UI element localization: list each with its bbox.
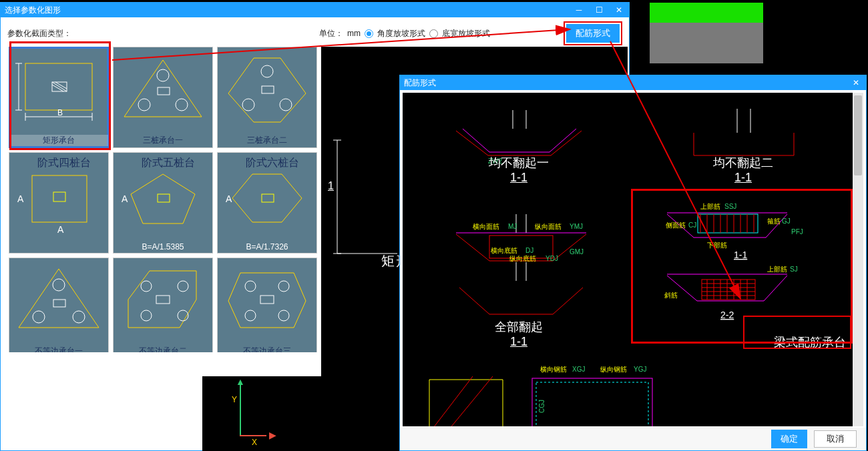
thumb-caption: 不等边承台二	[114, 346, 212, 352]
thumb-caption: 三桩承台一	[114, 135, 212, 146]
thumb-unequal-2[interactable]: 不等边承台二	[113, 258, 213, 352]
thumb-caption: B=A/1.5385	[114, 242, 212, 252]
thumb-threepile-1[interactable]: 三桩承台一	[113, 47, 213, 148]
svg-marker-34	[19, 269, 99, 328]
cell-cap2: 1-1	[409, 171, 628, 185]
minimize-button[interactable]: ─	[569, 3, 589, 17]
svg-text:A: A	[17, 193, 24, 204]
svg-line-109	[429, 376, 473, 426]
patch-gray	[650, 23, 763, 63]
svg-point-37	[73, 311, 85, 323]
svg-text:XGJ: XGJ	[572, 366, 585, 373]
svg-text:纵向钢筋: 纵向钢筋	[600, 366, 627, 373]
cell-cap2: 1-1	[634, 171, 853, 185]
svg-text:GMJ: GMJ	[570, 248, 584, 256]
svg-text:横向面筋: 横向面筋	[473, 223, 499, 230]
close-button[interactable]: ✕	[609, 3, 629, 17]
svg-marker-27	[131, 174, 195, 223]
main-titlebar[interactable]: 选择参数化图形 ─ ☐ ✕	[1, 3, 629, 17]
cell-all-flip[interactable]: 横向面筋MJ 纵向面筋YMJ 横向底筋DJ 纵向底筋YDJ GMJ 全部翻起 1…	[409, 194, 628, 354]
thumb-threepile-2[interactable]: 三桩承台二	[217, 47, 317, 148]
svg-rect-23	[53, 192, 65, 201]
svg-rect-116	[536, 382, 648, 426]
svg-text:横向底筋: 横向底筋	[491, 247, 517, 254]
thumb-unequal-3[interactable]: 不等边承台三	[217, 258, 317, 352]
svg-text:纵向面筋: 纵向面筋	[535, 223, 562, 230]
svg-point-48	[245, 310, 256, 321]
svg-rect-50	[260, 296, 274, 304]
thumb-step4[interactable]: 阶式四桩台 A A	[9, 152, 109, 254]
svg-marker-31	[232, 174, 302, 222]
cell-no-flip-2[interactable]: 均不翻起二 1-1	[634, 95, 853, 189]
svg-point-35	[53, 279, 65, 291]
svg-point-13	[138, 99, 150, 111]
radio-bottom[interactable]	[429, 29, 438, 38]
thumb-step6[interactable]: 阶式六桩台 A B=A/1.7326	[217, 152, 317, 254]
thumb-caption: B=A/1.7326	[218, 242, 316, 252]
svg-point-49	[278, 310, 289, 321]
svg-rect-28	[158, 194, 170, 202]
thumb-step5[interactable]: 阶式五桩台 A B=A/1.5385	[113, 152, 213, 254]
svg-rect-15	[158, 87, 170, 95]
svg-text:DJ: DJ	[525, 247, 533, 254]
main-title: 选择参数化图形	[5, 5, 61, 16]
svg-text:纵向底筋: 纵向底筋	[509, 255, 536, 262]
cell-cap: 全部翻起	[495, 320, 543, 334]
svg-point-40	[141, 281, 152, 292]
cancel-button[interactable]: 取消	[814, 430, 857, 448]
svg-marker-16	[228, 58, 306, 122]
svg-point-46	[245, 281, 256, 292]
rebar-title: 配筋形式	[404, 77, 436, 89]
ok-button[interactable]: 确定	[771, 430, 807, 448]
rebar-close-button[interactable]: ✕	[846, 75, 866, 90]
svg-rect-32	[262, 194, 274, 202]
axis-x-label: X	[252, 438, 257, 447]
scrollbar-thumb[interactable]	[854, 95, 862, 175]
cell-cap: 均不翻起二	[713, 156, 773, 169]
highlight-beam-caption	[743, 316, 851, 349]
svg-marker-45	[228, 273, 306, 328]
svg-text:阶式五桩台: 阶式五桩台	[142, 157, 195, 168]
svg-point-47	[278, 281, 289, 292]
rebar-style-dialog: 配筋形式 ✕ ZW2 均不翻起一 1-1 均不翻起二	[399, 75, 867, 451]
svg-marker-39	[128, 271, 196, 328]
svg-rect-20	[262, 86, 274, 93]
rebar-scrollbar[interactable]	[853, 93, 863, 426]
svg-text:MJ: MJ	[508, 223, 517, 230]
unit-value: mm	[347, 29, 361, 38]
svg-text:YDJ: YDJ	[546, 255, 558, 262]
thumb-unequal-1[interactable]: 不等边承台一	[9, 258, 109, 352]
svg-rect-38	[53, 300, 65, 307]
rebar-style-button[interactable]: 配筋形式	[566, 24, 620, 43]
svg-point-19	[280, 99, 292, 111]
cell-cap2: 1-1	[409, 335, 628, 349]
svg-text:YGJ: YGJ	[634, 366, 646, 373]
svg-text:阶式四桩台: 阶式四桩台	[37, 157, 91, 168]
cell-bottom-right[interactable]: 横向钢筋XGJ 纵向钢筋YGJ CGJ	[520, 360, 853, 426]
svg-text:A: A	[57, 224, 64, 235]
x-arrowhead-icon: ▶	[269, 430, 276, 440]
svg-point-42	[141, 310, 152, 321]
svg-text:横向钢筋: 横向钢筋	[540, 366, 567, 373]
svg-point-17	[261, 65, 273, 77]
rebar-titlebar[interactable]: 配筋形式 ✕	[400, 75, 866, 90]
rebar-footer: 确定 取消	[400, 428, 866, 450]
svg-rect-44	[156, 296, 170, 304]
radio-bottom-label: 底宽放坡形式	[442, 28, 490, 39]
svg-marker-11	[124, 60, 202, 117]
axis-y-label: Y	[232, 395, 237, 404]
svg-text:A: A	[226, 193, 232, 204]
cell-no-flip-1[interactable]: ZW2 均不翻起一 1-1	[409, 95, 628, 189]
section-type-label: 参数化截面类型：	[7, 28, 71, 39]
svg-point-41	[178, 281, 188, 292]
maximize-button[interactable]: ☐	[589, 3, 609, 17]
thumb-caption: 三桩承台二	[218, 135, 316, 146]
radio-angle[interactable]	[365, 29, 373, 38]
svg-text:YMJ: YMJ	[570, 223, 583, 230]
svg-line-110	[446, 376, 493, 426]
y-arrowhead-icon: ▲	[236, 376, 245, 387]
svg-point-18	[242, 99, 254, 111]
svg-text:阶式六桩台: 阶式六桩台	[246, 157, 299, 168]
unit-prefix: 单位：	[319, 28, 343, 39]
rebar-button-highlight: 配筋形式	[564, 21, 622, 45]
